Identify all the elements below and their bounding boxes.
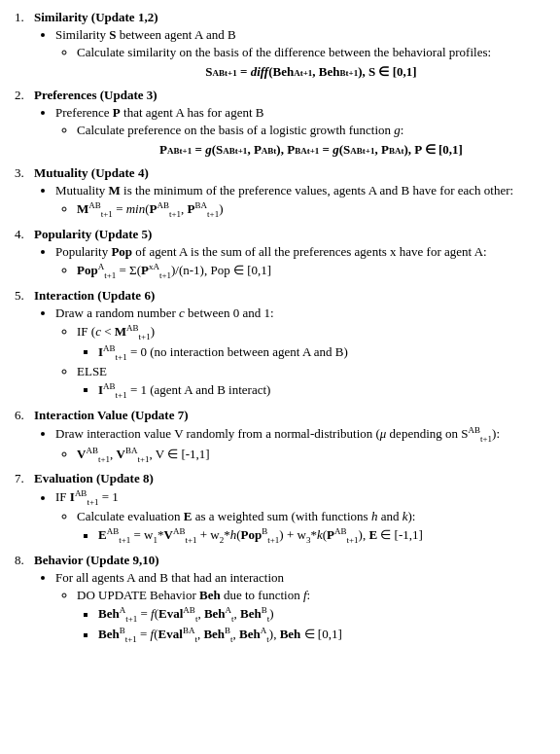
- section-7-bullet2-list: Calculate evaluation E as a weighted sum…: [55, 509, 545, 545]
- section-popularity: Popularity (Update 5) Popularity Pop of …: [15, 227, 545, 280]
- section-6-bullet2-list: VABt+1, VBAt+1, V ∈ [-1,1]: [55, 446, 545, 464]
- section-5-bullet2-list: IF (c < MABt+1) IABt+1 = 0 (no interacti…: [55, 323, 545, 400]
- section-2-title: Preferences (Update 3): [34, 88, 158, 102]
- section-8-bullet2-list: DO UPDATE Behavior Beh due to function f…: [55, 588, 545, 644]
- section-1-bullet2-list: Calculate similarity on the basis of the…: [55, 45, 545, 80]
- section-6-title: Interaction Value (Update 7): [34, 408, 189, 422]
- section-8-title: Behavior (Update 9,10): [34, 553, 159, 567]
- section-1-bullet1-list: Similarity S between agent A and B Calcu…: [34, 27, 545, 80]
- section-8-bullet3-item-1: BehAt+1 = f(EvalABt, BehAt, BehBt): [98, 605, 545, 624]
- section-7-bullet1-list: IF IABt+1 = 1 Calculate evaluation E as …: [34, 488, 545, 545]
- section-behavior: Behavior (Update 9,10) For all agents A …: [15, 553, 545, 644]
- section-2-bullet1-item: Preference P that agent A has for agent …: [55, 105, 545, 158]
- section-7-bullet2-item: Calculate evaluation E as a weighted sum…: [77, 509, 545, 545]
- section-6-bullet2-item: VABt+1, VBAt+1, V ∈ [-1,1]: [77, 446, 545, 464]
- section-3-title: Mutuality (Update 4): [34, 165, 149, 180]
- section-7-bullet3-list: EABt+1 = w1*VABt+1 + w2*h(PopBt+1) + w3*…: [77, 526, 545, 545]
- section-3-bullet2-item: MABt+1 = min(PABt+1, PBAt+1): [77, 200, 545, 219]
- section-7-bullet1-item: IF IABt+1 = 1 Calculate evaluation E as …: [55, 488, 545, 545]
- section-3-bullet2-list: MABt+1 = min(PABt+1, PBAt+1): [55, 200, 545, 219]
- section-8-bullet1-item: For all agents A and B that had an inter…: [55, 570, 545, 644]
- section-8-bullet1-list: For all agents A and B that had an inter…: [34, 570, 545, 644]
- section-5-bullet3-item-2: IABt+1 = 1 (agent A and B interact): [98, 381, 545, 400]
- section-2-bullet2-list: Calculate preference on the basis of a l…: [55, 123, 545, 158]
- section-3-bullet1-item: Mutuality M is the minimum of the prefer…: [55, 183, 545, 219]
- section-interaction: Interaction (Update 6) Draw a random num…: [15, 288, 545, 400]
- section-4-bullet1-item: Popularity Pop of agent A is the sum of …: [55, 244, 545, 280]
- section-5-bullet3-list-1: IABt+1 = 0 (no interaction between agent…: [77, 343, 545, 362]
- section-evaluation: Evaluation (Update 8) IF IABt+1 = 1 Calc…: [15, 471, 545, 545]
- section-5-else-item: ELSE IABt+1 = 1 (agent A and B interact): [77, 364, 545, 400]
- section-4-bullet1-list: Popularity Pop of agent A is the sum of …: [34, 244, 545, 280]
- formula-similarity: SABt+1 = diff(BehAt+1, BehBt+1), S ∈ [0,…: [77, 64, 545, 80]
- section-5-bullet1-item: Draw a random number c between 0 and 1: …: [55, 305, 545, 400]
- section-7-title: Evaluation (Update 8): [34, 471, 154, 485]
- section-mutuality: Mutuality (Update 4) Mutuality M is the …: [15, 165, 545, 219]
- section-5-bullet1-list: Draw a random number c between 0 and 1: …: [34, 305, 545, 400]
- section-8-bullet2-item: DO UPDATE Behavior Beh due to function f…: [77, 588, 545, 644]
- section-6-bullet1-list: Draw interaction value V randomly from a…: [34, 425, 545, 464]
- section-5-if-item: IF (c < MABt+1) IABt+1 = 0 (no interacti…: [77, 323, 545, 362]
- section-5-bullet3-list-2: IABt+1 = 1 (agent A and B interact): [77, 381, 545, 400]
- section-preferences: Preferences (Update 3) Preference P that…: [15, 88, 545, 158]
- section-2-bullet2-item: Calculate preference on the basis of a l…: [77, 123, 545, 158]
- formula-preference: PABt+1 = g(SABt+1, PABt), PBAt+1 = g(SAB…: [77, 142, 545, 158]
- section-8-bullet3-list: BehAt+1 = f(EvalABt, BehAt, BehBt) BehBt…: [77, 605, 545, 644]
- section-3-bullet1-list: Mutuality M is the minimum of the prefer…: [34, 183, 545, 219]
- section-5-title: Interaction (Update 6): [34, 288, 155, 303]
- section-6-bullet1-item: Draw interaction value V randomly from a…: [55, 425, 545, 464]
- main-list: Similarity (Update 1,2) Similarity S bet…: [15, 10, 545, 644]
- section-7-bullet3-item: EABt+1 = w1*VABt+1 + w2*h(PopBt+1) + w3*…: [98, 526, 545, 545]
- section-similarity: Similarity (Update 1,2) Similarity S bet…: [15, 10, 545, 80]
- section-1-title: Similarity (Update 1,2): [34, 10, 158, 24]
- section-4-title: Popularity (Update 5): [34, 227, 152, 241]
- section-8-bullet3-item-2: BehBt+1 = f(EvalBAt, BehBt, BehAt), Beh …: [98, 626, 545, 644]
- section-5-bullet3-item-1: IABt+1 = 0 (no interaction between agent…: [98, 343, 545, 362]
- section-1-bullet2-item: Calculate similarity on the basis of the…: [77, 45, 545, 80]
- section-4-bullet2-list: PopAt+1 = Σ(PxAt+1)/(n-1), Pop ∈ [0,1]: [55, 262, 545, 280]
- section-2-bullet1-list: Preference P that agent A has for agent …: [34, 105, 545, 158]
- section-4-bullet2-item: PopAt+1 = Σ(PxAt+1)/(n-1), Pop ∈ [0,1]: [77, 262, 545, 280]
- section-interaction-value: Interaction Value (Update 7) Draw intera…: [15, 408, 545, 464]
- section-1-bullet1-item: Similarity S between agent A and B Calcu…: [55, 27, 545, 80]
